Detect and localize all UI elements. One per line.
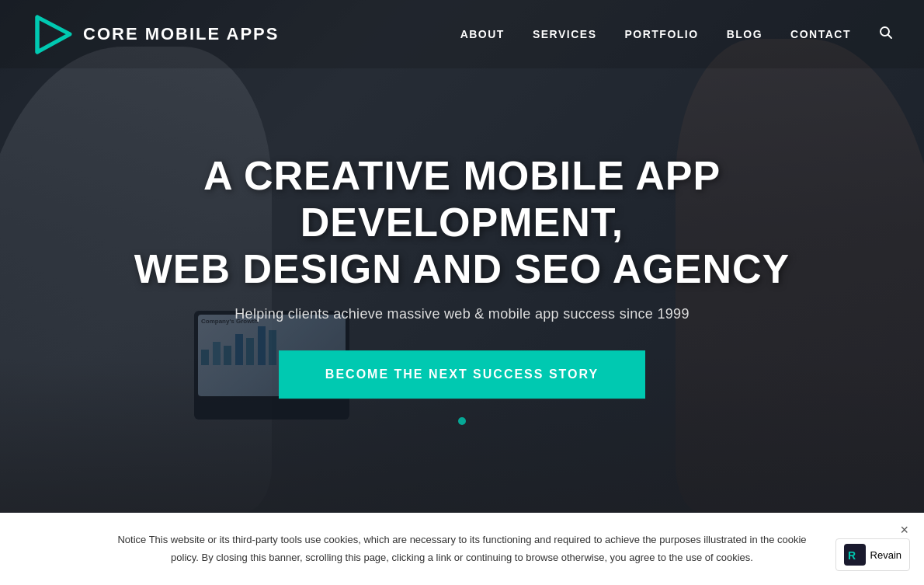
logo-icon	[31, 13, 74, 56]
cookie-text: Notice This website or its third-party t…	[113, 531, 811, 566]
nav-contact[interactable]: CONTACT	[790, 28, 851, 40]
navbar: CORE MOBILE APPS ABOUT SERVICES PORTFOLI…	[0, 0, 924, 68]
revain-widget[interactable]: R Revain	[835, 538, 910, 571]
nav-services[interactable]: SERVICES	[533, 28, 597, 40]
nav-about[interactable]: ABOUT	[460, 28, 505, 40]
revain-logo-icon: R	[844, 544, 866, 566]
svg-line-3	[888, 35, 892, 39]
hero-title: A CREATIVE MOBILE APP DEVELOPMENT, WEB D…	[113, 153, 811, 292]
svg-marker-0	[37, 17, 70, 52]
search-icon[interactable]	[879, 29, 893, 42]
nav-blog[interactable]: BLOG	[727, 28, 762, 40]
cookie-notice: Notice This website or its third-party t…	[0, 513, 924, 585]
svg-text:R: R	[848, 549, 856, 562]
logo-link[interactable]: CORE MOBILE APPS	[31, 13, 279, 56]
scroll-indicator	[456, 415, 468, 427]
hero-section: Company's Growth CORE MOBILE APPS ABO	[0, 0, 924, 513]
brand-name: CORE MOBILE APPS	[83, 24, 279, 44]
nav-menu: ABOUT SERVICES PORTFOLIO BLOG CONTACT	[460, 26, 893, 43]
revain-brand-label: Revain	[870, 549, 901, 561]
cookie-close-button[interactable]: ×	[900, 522, 908, 538]
scroll-dot-1	[458, 417, 466, 425]
nav-portfolio[interactable]: PORTFOLIO	[624, 28, 698, 40]
hero-subtitle: Helping clients achieve massive web & mo…	[113, 307, 811, 323]
cta-button[interactable]: BECOME THE NEXT SUCCESS STORY	[279, 351, 645, 399]
hero-content: A CREATIVE MOBILE APP DEVELOPMENT, WEB D…	[113, 153, 811, 399]
